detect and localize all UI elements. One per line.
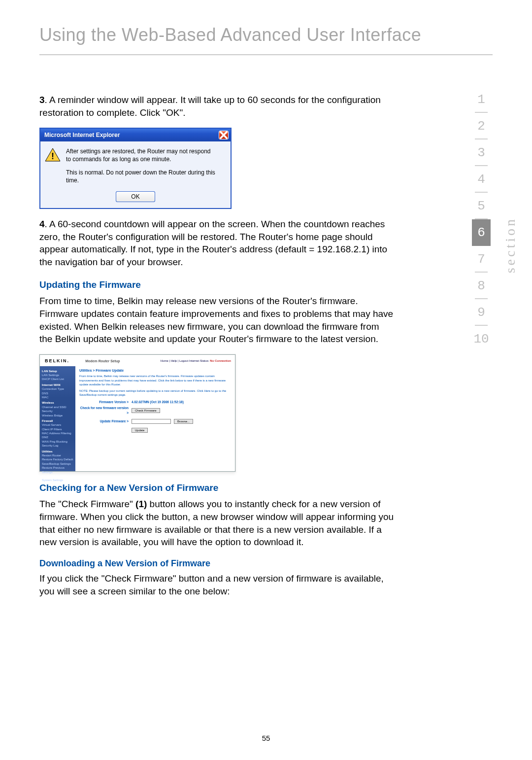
downloading-text: If you click the "Check Firmware" button… [39, 572, 394, 597]
section-tab-2[interactable]: 2 [472, 113, 491, 139]
sidebar-item[interactable]: Virtual Servers [42, 423, 73, 427]
router-nav-links[interactable]: Home | Help | Logout Internet Status: [161, 359, 209, 362]
step-3: 3. A reminder window will appear. It wil… [39, 94, 394, 119]
sidebar-heading: Firewall [42, 419, 73, 423]
sidebar-item[interactable]: Security [42, 409, 73, 413]
router-breadcrumb: Utilities > Firmware Update [79, 368, 231, 373]
update-button[interactable]: Update [132, 428, 148, 433]
dialog-line-3: This is normal. Do not power down the Ro… [66, 169, 226, 184]
section-tab-3[interactable]: 3 [472, 139, 491, 166]
heading-checking-version: Checking for a New Version of Firmware [39, 482, 394, 494]
section-tab-1[interactable]: 1 [472, 86, 491, 113]
checking-text: The "Check Firmware" (1) button allows y… [39, 498, 394, 549]
firmware-intro: From time to time, Belkin may release ne… [39, 295, 394, 345]
sidebar-item[interactable]: DNS [42, 391, 73, 395]
dialog-title: Microsoft Internet Explorer [44, 131, 120, 139]
sidebar-item[interactable]: Save/Backup Settings [42, 462, 73, 466]
step-4: 4. A 60-second countdown will appear on … [39, 218, 394, 269]
router-connection-status: No Connection [210, 359, 231, 362]
sidebar-item[interactable]: Channel and SSID [42, 405, 73, 409]
router-info-text: From time to time, Belkin may release ne… [79, 374, 231, 386]
dialog-line-2: to commands for as long as one minute. [66, 155, 226, 163]
page-number: 55 [0, 734, 532, 742]
sidebar-item[interactable]: DMZ [42, 435, 73, 439]
sidebar-item[interactable]: Wireless Bridge [42, 414, 73, 417]
router-sidebar: LAN SetupLAN SettingsDHCP Client ListInt… [40, 366, 75, 471]
section-tab-10[interactable]: 10 [472, 326, 491, 352]
step-3-text: . A reminder window will appear. It will… [39, 95, 381, 118]
sidebar-heading: Wireless [42, 401, 73, 405]
sidebar-item[interactable]: Client IP Filters [42, 427, 73, 431]
check-firmware-button[interactable]: Check Firmware [132, 408, 160, 413]
router-main-panel: Utilities > Firmware Update From time to… [75, 366, 235, 471]
firmware-version-label: Firmware Version > [79, 400, 129, 404]
check-firmware-label: Check for new firmware version > [79, 406, 129, 415]
router-status-row: Home | Help | Logout Internet Status: No… [161, 359, 231, 363]
warning-icon: ! [44, 147, 61, 162]
step-4-text: . A 60-second countdown will appear on t… [39, 219, 387, 267]
dialog-line-1: After settings are restored, the Router … [66, 147, 226, 155]
close-icon[interactable] [219, 131, 229, 139]
sidebar-item[interactable]: Restart Router [42, 453, 73, 457]
router-note-text: NOTE: Please backup your current setting… [79, 389, 231, 397]
page-title: Using the Web-Based Advanced User Interf… [39, 25, 493, 55]
sidebar-item[interactable]: Restore Factory Default [42, 457, 73, 461]
section-tab-4[interactable]: 4 [472, 166, 491, 193]
checking-text-bold: (1) [135, 499, 147, 509]
firmware-file-input[interactable] [132, 419, 171, 424]
step-3-number: 3 [39, 95, 45, 105]
ok-button[interactable]: OK [116, 191, 155, 202]
router-brand-sub: Modem Router Setup [85, 359, 120, 363]
update-firmware-label: Update Firmware > [79, 419, 129, 423]
sidebar-heading: LAN Setup [42, 369, 73, 373]
heading-downloading-version: Downloading a New Version of Firmware [39, 557, 394, 569]
section-label: section [502, 217, 518, 273]
section-tabs: 12345678910 [469, 86, 494, 352]
firmware-version-value: 4.02.02TMN (Oct 19 2006 11:52:18) [132, 400, 184, 404]
router-admin-screenshot: BELKIN. Modem Router Setup Home | Help |… [39, 354, 235, 472]
sidebar-item[interactable]: MAC [42, 395, 73, 399]
dialog-message: After settings are restored, the Router … [66, 147, 226, 184]
restore-dialog: Microsoft Internet Explorer ! After sett… [39, 128, 232, 209]
svg-text:!: ! [51, 151, 54, 161]
section-tab-8[interactable]: 8 [472, 273, 491, 299]
section-tab-6[interactable]: 6 [472, 219, 491, 246]
sidebar-item[interactable]: MAC Address Filtering [42, 431, 73, 435]
main-content: 3. A reminder window will appear. It wil… [39, 94, 394, 598]
sidebar-item[interactable]: Firmware Update [42, 474, 73, 478]
section-tab-9[interactable]: 9 [472, 299, 491, 326]
step-4-number: 4 [39, 219, 45, 229]
sidebar-item[interactable]: WAN Ping Blocking [42, 440, 73, 444]
sidebar-heading: Internet WAN [42, 383, 73, 387]
sidebar-item[interactable]: Connection Type [42, 387, 73, 391]
sidebar-item[interactable]: Security Log [42, 444, 73, 448]
router-brand: BELKIN. [45, 358, 69, 363]
heading-updating-firmware: Updating the Firmware [39, 278, 394, 291]
sidebar-item[interactable]: LAN Settings [42, 373, 73, 377]
section-tab-5[interactable]: 5 [472, 193, 491, 219]
checking-text-a: The "Check Firmware" [39, 499, 135, 509]
dialog-titlebar: Microsoft Internet Explorer [40, 129, 231, 141]
sidebar-heading: Utilities [42, 449, 73, 453]
sidebar-item[interactable]: Restore Previous Settings [42, 466, 73, 474]
browse-button[interactable]: Browse... [174, 419, 193, 424]
section-tab-7[interactable]: 7 [472, 246, 491, 273]
sidebar-item[interactable]: DHCP Client List [42, 377, 73, 381]
